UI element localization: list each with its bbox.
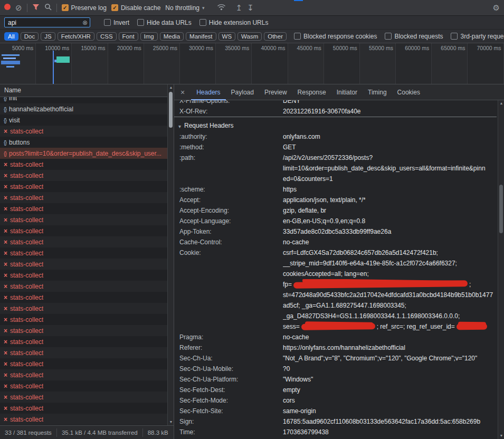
- timeline-tick-label: 20000 ms: [117, 45, 141, 51]
- checkbox-blocked-requests[interactable]: Blocked requests: [385, 33, 443, 40]
- request-row[interactable]: ×stats-collect: [0, 380, 167, 392]
- request-row[interactable]: {}posts?limit=10&order=publish_date_desc…: [0, 148, 167, 159]
- tab-response[interactable]: Response: [292, 84, 331, 100]
- request-error-icon: ×: [4, 405, 7, 412]
- export-har-button[interactable]: ↧: [247, 4, 254, 12]
- checkbox-hide-data-urls[interactable]: Hide data URLs: [137, 19, 192, 26]
- request-row[interactable]: ×stats-collect: [0, 281, 167, 292]
- checkbox-blocked-response-cookies[interactable]: Blocked response cookies: [294, 33, 377, 40]
- scroll-up-icon[interactable]: ▲: [498, 100, 504, 107]
- request-row[interactable]: ×stats-collect: [0, 214, 167, 225]
- type-filter-bar: AllDocJSFetch/XHRCSSFontImgMediaManifest…: [0, 30, 504, 43]
- request-row[interactable]: ×stats-collect: [0, 369, 167, 380]
- request-row[interactable]: ×stats-collect: [0, 336, 167, 347]
- header-row: Referer:https://onlyfans.com/hannaheliza…: [174, 342, 497, 353]
- scroll-down-icon[interactable]: ▼: [168, 419, 174, 425]
- details-scrollbar[interactable]: ▲ ▼: [498, 100, 504, 439]
- request-row[interactable]: ×stats-collect: [0, 181, 167, 192]
- request-row[interactable]: ×stats-collect: [0, 170, 167, 181]
- clear-network-log-button[interactable]: ⊘: [15, 4, 22, 12]
- request-name: stats-collect: [10, 216, 43, 224]
- request-row[interactable]: ×stats-collect: [0, 225, 167, 236]
- close-details-icon[interactable]: ×: [174, 88, 191, 97]
- type-filter-chip-img[interactable]: Img: [140, 32, 158, 41]
- request-row[interactable]: ×stats-collect: [0, 203, 167, 214]
- request-row[interactable]: ×stats-collect: [0, 358, 167, 369]
- header-value: GET: [283, 142, 497, 152]
- type-filter-chip-fetch-xhr[interactable]: Fetch/XHR: [58, 32, 94, 41]
- type-filter-chip-other[interactable]: Other: [264, 32, 287, 41]
- scrollbar-thumb[interactable]: [169, 92, 173, 128]
- request-row[interactable]: {}hannahelizabethofficial: [0, 103, 167, 114]
- checkbox-hide-extension-urls[interactable]: Hide extension URLs: [199, 19, 269, 26]
- type-filter-chip-all[interactable]: All: [4, 32, 18, 41]
- request-row[interactable]: {}buttons: [0, 137, 167, 148]
- request-list-scrollbar[interactable]: ▲ ▼: [167, 84, 174, 425]
- request-row[interactable]: ×stats-collect: [0, 314, 167, 325]
- type-filter-chip-font[interactable]: Font: [119, 32, 138, 41]
- request-row[interactable]: ×stats-collect: [0, 247, 167, 259]
- header-value: application/json, text/plain, */*: [283, 195, 497, 205]
- type-filter-chip-manifest[interactable]: Manifest: [186, 32, 216, 41]
- tab-headers[interactable]: Headers: [191, 84, 225, 100]
- request-headers-section-header[interactable]: ▾ Request Headers: [174, 117, 497, 131]
- request-row[interactable]: {}init: [0, 97, 167, 103]
- request-row[interactable]: ×stats-collect: [0, 192, 167, 203]
- timeline-overview[interactable]: 5000 ms10000 ms15000 ms20000 ms25000 ms3…: [0, 43, 504, 84]
- settings-gear-button[interactable]: ⚙: [493, 4, 500, 12]
- script-braces-icon: {}: [4, 139, 6, 146]
- filter-input[interactable]: api ⊗: [4, 17, 90, 27]
- request-row[interactable]: ×stats-collect: [0, 292, 167, 303]
- header-row: Sec-Ch-Ua-Mobile:?0: [174, 364, 497, 374]
- request-row[interactable]: ×stats-collect: [0, 303, 167, 314]
- preserve-log-checkbox[interactable]: ✓ Preserve log: [62, 4, 107, 12]
- type-filter-chip-doc[interactable]: Doc: [21, 32, 39, 41]
- disable-cache-checkbox[interactable]: ✓ Disable cache: [111, 4, 160, 12]
- request-name: stats-collect: [10, 128, 43, 135]
- record-button[interactable]: [4, 4, 11, 12]
- request-row[interactable]: ×stats-collect: [0, 392, 167, 403]
- request-name: stats-collect: [10, 327, 43, 335]
- tab-initiator[interactable]: Initiator: [331, 84, 363, 100]
- request-row[interactable]: ×stats-collect: [0, 270, 167, 281]
- checkbox-3rd-party-requests[interactable]: 3rd-party requests: [451, 33, 504, 40]
- request-row[interactable]: ×stats-collect: [0, 126, 167, 137]
- import-har-button[interactable]: ↥: [236, 4, 243, 12]
- clear-filter-icon[interactable]: ⊗: [82, 19, 88, 26]
- scroll-up-icon[interactable]: ▲: [168, 84, 174, 91]
- request-row[interactable]: ×stats-collect: [0, 236, 167, 247]
- checkbox-invert[interactable]: Invert: [104, 19, 129, 26]
- type-filter-chip-wasm[interactable]: Wasm: [237, 32, 262, 41]
- type-filter-chip-media[interactable]: Media: [160, 32, 184, 41]
- request-name: stats-collect: [10, 394, 43, 401]
- throttling-dropdown[interactable]: No throttling ▾: [165, 4, 204, 12]
- request-name: stats-collect: [10, 238, 43, 246]
- scrollbar-thumb[interactable]: [499, 185, 503, 233]
- search-button[interactable]: [44, 3, 52, 12]
- type-filter-chip-css[interactable]: CSS: [97, 32, 117, 41]
- request-row[interactable]: ×stats-collect: [0, 347, 167, 358]
- type-filter-chip-js[interactable]: JS: [41, 32, 55, 41]
- request-row[interactable]: ×stats-collect: [0, 403, 167, 414]
- type-filter-chip-ws[interactable]: WS: [218, 32, 236, 41]
- header-key: Referer:: [179, 342, 283, 353]
- header-value: cors: [283, 395, 497, 406]
- header-value: 202312261916-30670fa40e: [283, 106, 497, 117]
- request-row[interactable]: ×stats-collect: [0, 325, 167, 336]
- filter-toggle-button[interactable]: [32, 4, 40, 12]
- tab-cookies[interactable]: Cookies: [392, 84, 425, 100]
- tab-preview[interactable]: Preview: [259, 84, 292, 100]
- tab-payload[interactable]: Payload: [226, 84, 259, 100]
- timeline-column: 35000 ms: [216, 43, 252, 84]
- network-conditions-button[interactable]: [217, 4, 226, 12]
- request-row[interactable]: {}visit: [0, 114, 167, 126]
- request-row[interactable]: ×stats-collect: [0, 159, 167, 170]
- request-row[interactable]: ×stats-collect: [0, 414, 167, 425]
- column-header-name[interactable]: Name: [0, 84, 174, 97]
- request-row[interactable]: ×stats-collect: [0, 259, 167, 270]
- header-row: Cookie:csrf=LdfcGX4Sa72db06824c657db26a5…: [174, 247, 497, 332]
- scroll-down-icon[interactable]: ▼: [498, 433, 504, 439]
- tab-timing[interactable]: Timing: [363, 84, 392, 100]
- request-name: stats-collect: [10, 349, 43, 357]
- timeline-tick-label: 70000 ms: [477, 45, 501, 51]
